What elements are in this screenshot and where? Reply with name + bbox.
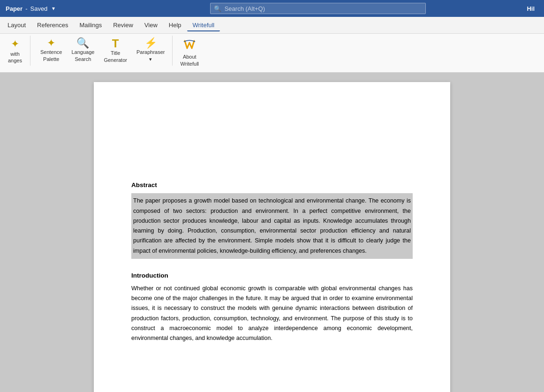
ribbon: ✦ with anges ✦ Sentence Palette 🔍 Langua… xyxy=(0,34,544,73)
title-generator-label1: Title xyxy=(111,50,120,56)
about-writefull-label2: Writefull xyxy=(181,61,199,67)
introduction-section: Introduction Whether or not continued gl… xyxy=(131,272,413,344)
language-search-icon: 🔍 xyxy=(76,38,89,48)
sentence-palette-icon: ✦ xyxy=(47,38,55,48)
sentence-palette-button[interactable]: ✦ Sentence Palette xyxy=(36,36,66,65)
paraphraser-button[interactable]: ⚡ Paraphraser ▾ xyxy=(132,36,169,65)
menu-item-layout[interactable]: Layout xyxy=(2,19,31,31)
about-writefull-label1: About xyxy=(183,54,196,60)
title-bar: Paper - Saved ▾ 🔍 Hil xyxy=(0,0,544,17)
search-wrap: 🔍 xyxy=(210,3,426,14)
menu-item-references[interactable]: References xyxy=(31,19,74,31)
title-generator-icon: T xyxy=(112,38,119,49)
title-bar-left: Paper - Saved ▾ xyxy=(6,4,109,13)
title-search-bar: 🔍 xyxy=(109,3,527,14)
menu-item-writefull[interactable]: Writefull xyxy=(187,19,220,31)
sentence-palette-label1: Sentence xyxy=(40,49,62,55)
search-input[interactable] xyxy=(210,3,426,14)
about-writefull-icon xyxy=(183,38,196,53)
language-search-label2: Search xyxy=(75,56,91,62)
abstract-section: Abstract The paper proposes a growth mod… xyxy=(131,181,413,259)
ribbon-left-group: ✦ with anges xyxy=(4,36,30,66)
doc-name: Paper xyxy=(6,5,23,12)
ribbon-left-label-anges: anges xyxy=(8,58,22,63)
introduction-heading: Introduction xyxy=(131,272,413,279)
language-search-label1: Language xyxy=(71,49,94,55)
abstract-text[interactable]: The paper proposes a growth model based … xyxy=(131,193,413,259)
title-generator-label2: Generator xyxy=(104,57,127,63)
paraphraser-label1: Paraphraser xyxy=(136,49,165,55)
about-writefull-button[interactable]: About Writefull xyxy=(176,36,204,69)
document-area: Abstract The paper proposes a growth mod… xyxy=(0,73,544,392)
sentence-palette-label2: Palette xyxy=(43,56,59,62)
saved-label: Saved xyxy=(30,5,47,12)
title-dropdown-button[interactable]: ▾ xyxy=(50,4,57,13)
ribbon-left-button[interactable]: ✦ with anges xyxy=(4,36,26,66)
language-search-button[interactable]: 🔍 Language Search xyxy=(67,36,98,65)
document-page: Abstract The paper proposes a growth mod… xyxy=(94,82,450,392)
abstract-heading: Abstract xyxy=(131,181,413,188)
paraphraser-icon: ⚡ xyxy=(144,38,157,48)
paraphraser-label2: ▾ xyxy=(149,56,152,62)
title-generator-button[interactable]: T Title Generator xyxy=(99,36,131,66)
ribbon-left-icon: ✦ xyxy=(11,38,19,50)
menu-item-view[interactable]: View xyxy=(139,19,163,31)
introduction-text[interactable]: Whether or not continued global economic… xyxy=(131,284,413,344)
menu-item-help[interactable]: Help xyxy=(163,19,187,31)
menu-bar: Layout References Mailings Review View H… xyxy=(0,17,544,34)
menu-item-mailings[interactable]: Mailings xyxy=(74,19,108,31)
doc-top-space xyxy=(131,116,413,181)
ribbon-left-label-with: with xyxy=(10,51,20,57)
user-initial: Hil xyxy=(527,5,538,12)
title-separator: - xyxy=(25,5,27,12)
menu-item-review[interactable]: Review xyxy=(107,19,139,31)
ribbon-group-about: About Writefull xyxy=(174,36,206,69)
ribbon-group-writefull: ✦ Sentence Palette 🔍 Language Search T T… xyxy=(33,36,173,66)
